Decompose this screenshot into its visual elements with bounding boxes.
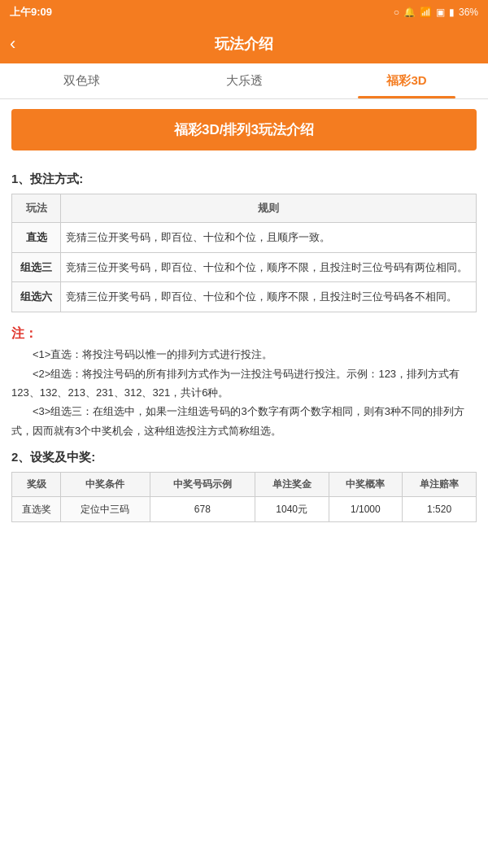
- alarm-icon: ○: [394, 7, 399, 18]
- award-ratio-1: 1:520: [403, 497, 477, 522]
- row-rule-3: 竞猜三位开奖号码，即百位、十位和个位，顺序不限，且投注时三位号码各不相同。: [61, 282, 477, 312]
- row-rule-2: 竞猜三位开奖号码，即百位、十位和个位，顺序不限，且投注时三位号码有两位相同。: [61, 252, 477, 282]
- page-title: 玩法介绍: [215, 34, 273, 54]
- tab-fucai3d[interactable]: 福彩3D: [325, 63, 488, 98]
- gameplay-table: 玩法 规则 直选 竞猜三位开奖号码，即百位、十位和个位，且顺序一致。 组选三 竞…: [11, 194, 477, 312]
- signal-icon: ▣: [436, 7, 445, 18]
- award-prize-1: 1040元: [255, 497, 329, 522]
- bell-icon: 🔔: [403, 7, 416, 18]
- col-header-gameplay: 玩法: [12, 194, 61, 223]
- award-rate-1: 1/1000: [329, 497, 403, 522]
- row-rule-1: 竞猜三位开奖号码，即百位、十位和个位，且顺序一致。: [61, 223, 477, 253]
- tab-daletou[interactable]: 大乐透: [163, 63, 325, 98]
- award-col-example: 中奖号码示例: [150, 473, 255, 497]
- section1-title: 1、投注方式:: [11, 172, 477, 187]
- top-nav: ‹ 玩法介绍: [0, 24, 488, 63]
- award-condition-1: 定位中三码: [61, 497, 150, 522]
- table-row: 组选三 竞猜三位开奖号码，即百位、十位和个位，顺序不限，且投注时三位号码有两位相…: [12, 252, 477, 282]
- note-1: <1>直选：将投注号码以惟一的排列方式进行投注。: [11, 345, 477, 364]
- award-col-prize: 单注奖金: [255, 473, 329, 497]
- award-col-condition: 中奖条件: [61, 473, 150, 497]
- status-time: 上午9:09: [10, 5, 52, 20]
- wifi-icon: 📶: [420, 7, 432, 18]
- award-table: 奖级 中奖条件 中奖号码示例 单注奖金 中奖概率 单注赔率 直选奖 定位中三码 …: [11, 472, 477, 522]
- table-row: 组选六 竞猜三位开奖号码，即百位、十位和个位，顺序不限，且投注时三位号码各不相同…: [12, 282, 477, 312]
- table-row: 直选 竞猜三位开奖号码，即百位、十位和个位，且顺序一致。: [12, 223, 477, 253]
- note-title: 注：: [11, 326, 37, 340]
- main-content: 1、投注方式: 玩法 规则 直选 竞猜三位开奖号码，即百位、十位和个位，且顺序一…: [0, 160, 488, 548]
- back-button[interactable]: ‹: [10, 33, 15, 55]
- section2-title: 2、设奖及中奖:: [11, 450, 477, 465]
- notes-section: 注： <1>直选：将投注号码以惟一的排列方式进行投注。 <2>组选：将投注号码的…: [11, 322, 477, 441]
- award-col-ratio: 单注赔率: [403, 473, 477, 497]
- note-2: <2>组选：将投注号码的所有排列方式作为一注投注号码进行投注。示例：123，排列…: [11, 364, 477, 403]
- battery-text: 36%: [459, 7, 478, 18]
- award-col-rate: 中奖概率: [329, 473, 403, 497]
- row-name-1: 直选: [12, 223, 61, 253]
- table-row: 直选奖 定位中三码 678 1040元 1/1000 1:520: [12, 497, 477, 522]
- banner-title: 福彩3D/排列3玩法介绍: [11, 109, 477, 150]
- row-name-3: 组选六: [12, 282, 61, 312]
- tab-shuangseqiu[interactable]: 双色球: [0, 63, 163, 98]
- award-example-1: 678: [150, 497, 255, 522]
- battery-icon: ▮: [449, 7, 455, 18]
- tab-bar: 双色球 大乐透 福彩3D: [0, 63, 488, 99]
- row-name-2: 组选三: [12, 252, 61, 282]
- status-bar: 上午9:09 ○ 🔔 📶 ▣ ▮ 36%: [0, 0, 488, 24]
- award-col-level: 奖级: [12, 473, 61, 497]
- award-level-1: 直选奖: [12, 497, 61, 522]
- note-3: <3>组选三：在组选中，如果一注组选号码的3个数字有两个数字相同，则有3种不同的…: [11, 402, 477, 440]
- col-header-rule: 规则: [61, 194, 477, 223]
- status-icons: ○ 🔔 📶 ▣ ▮ 36%: [394, 7, 478, 18]
